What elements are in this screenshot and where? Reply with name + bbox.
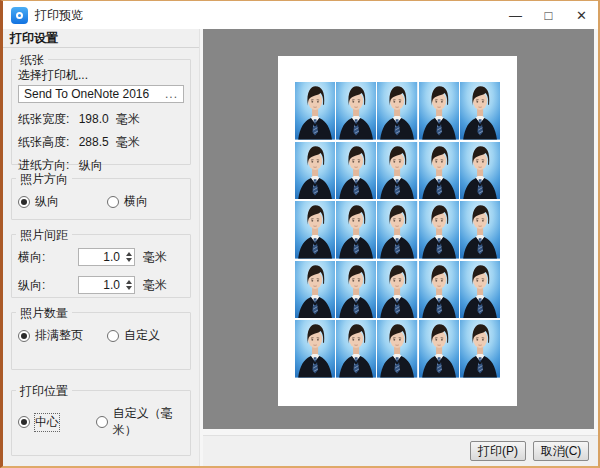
id-photo <box>295 261 335 319</box>
group-title: 照片间距 <box>16 227 72 244</box>
radio-custom-quantity[interactable]: 自定义 <box>107 327 160 344</box>
printer-select[interactable]: Send To OneNote 2016 ... <box>18 85 184 103</box>
window-title: 打印预览 <box>35 7 83 24</box>
printer-name: Send To OneNote 2016 <box>24 87 149 101</box>
radio-custom-position[interactable]: 自定义（毫米） <box>96 405 184 439</box>
print-preview-window: 打印预览 — □ ✕ 打印设置 纸张 选择打印机... Send To OneN… <box>0 0 600 468</box>
paper-sheet <box>278 56 517 406</box>
radio-center[interactable]: 中心 <box>18 414 96 431</box>
radio-icon <box>18 330 30 342</box>
horizontal-spacing-spinbox[interactable]: 1.0 <box>78 248 135 266</box>
id-photo <box>419 82 459 140</box>
group-title: 打印位置 <box>16 383 72 400</box>
id-photo <box>295 320 335 378</box>
id-photo <box>377 201 417 259</box>
photo-spacing-group: 照片间距 横向: 1.0 毫米 纵向: 1.0 <box>11 234 191 298</box>
id-photo <box>419 261 459 319</box>
paper-height-value: 288.5 <box>79 135 109 149</box>
footer-bar: 打印(P) 取消(C) <box>203 435 598 466</box>
id-photo <box>460 320 500 378</box>
radio-landscape[interactable]: 横向 <box>107 193 148 210</box>
paper-width-label: 纸张宽度: <box>18 112 69 126</box>
print-position-group: 打印位置 中心 自定义（毫米） <box>11 390 191 456</box>
spinner-arrows <box>123 277 134 293</box>
id-photo <box>419 320 459 378</box>
id-photo <box>377 82 417 140</box>
spacing-unit: 毫米 <box>143 277 167 294</box>
vertical-spacing-spinbox[interactable]: 1.0 <box>78 276 135 294</box>
radio-label: 排满整页 <box>35 327 83 344</box>
paper-width-unit: 毫米 <box>116 112 140 126</box>
radio-icon <box>107 330 119 342</box>
photo-quantity-group: 照片数量 排满整页 自定义 <box>11 312 191 370</box>
spinner-arrows <box>123 249 134 265</box>
id-photo <box>377 142 417 200</box>
id-photo <box>295 201 335 259</box>
horizontal-spacing-value: 1.0 <box>79 250 123 264</box>
quantity-radio-row: 排满整页 自定义 <box>18 327 184 344</box>
browse-button[interactable]: ... <box>165 87 178 101</box>
orientation-radio-row: 纵向 横向 <box>18 193 184 210</box>
radio-icon <box>18 416 30 428</box>
radio-fill-page[interactable]: 排满整页 <box>18 327 107 344</box>
spin-up-arrow[interactable] <box>126 280 132 284</box>
photo-orientation-group: 照片方向 纵向 横向 <box>11 178 191 220</box>
vertical-spacing-row: 纵向: 1.0 毫米 <box>18 275 184 295</box>
id-photo <box>377 261 417 319</box>
settings-sidebar: 打印设置 纸张 选择打印机... Send To OneNote 2016 ..… <box>3 29 200 466</box>
id-photo <box>419 142 459 200</box>
id-photo <box>460 261 500 319</box>
vertical-spacing-label: 纵向: <box>18 277 78 294</box>
close-button[interactable]: ✕ <box>565 1 598 29</box>
minimize-button[interactable]: — <box>499 1 532 29</box>
radio-icon <box>96 416 108 428</box>
print-preview-canvas <box>203 29 594 429</box>
radio-label: 横向 <box>124 193 148 210</box>
radio-icon <box>107 196 119 208</box>
id-photo <box>295 82 335 140</box>
paper-height-label: 纸张高度: <box>18 135 69 149</box>
paper-height-unit: 毫米 <box>116 135 140 149</box>
spin-down-arrow[interactable] <box>126 258 132 262</box>
id-photo <box>336 261 376 319</box>
id-photo <box>460 82 500 140</box>
id-photo <box>336 320 376 378</box>
feed-direction-label: 进纸方向: <box>18 158 69 172</box>
print-button[interactable]: 打印(P) <box>470 441 526 461</box>
feed-direction-value: 纵向 <box>79 158 103 172</box>
feed-direction-row: 进纸方向: 纵向 <box>18 158 184 172</box>
radio-label: 自定义 <box>124 327 160 344</box>
radio-label: 纵向 <box>35 193 59 210</box>
radio-label: 自定义（毫米） <box>113 405 184 439</box>
spin-down-arrow[interactable] <box>126 286 132 290</box>
paper-width-row: 纸张宽度: 198.0 毫米 <box>18 112 184 126</box>
id-photo <box>295 142 335 200</box>
spin-up-arrow[interactable] <box>126 252 132 256</box>
select-printer-label: 选择打印机... <box>18 68 184 82</box>
radio-portrait[interactable]: 纵向 <box>18 193 107 210</box>
spacing-unit: 毫米 <box>143 249 167 266</box>
group-title: 照片数量 <box>16 305 72 322</box>
id-photo <box>460 142 500 200</box>
paper-group: 纸张 选择打印机... Send To OneNote 2016 ... 纸张宽… <box>11 59 191 165</box>
id-photo <box>336 142 376 200</box>
id-photo <box>336 201 376 259</box>
horizontal-spacing-label: 横向: <box>18 249 78 266</box>
group-title: 纸张 <box>16 52 48 69</box>
position-radio-row: 中心 自定义（毫米） <box>18 405 184 439</box>
horizontal-spacing-row: 横向: 1.0 毫米 <box>18 247 184 267</box>
sidebar-header: 打印设置 <box>3 29 199 48</box>
id-photo <box>419 201 459 259</box>
maximize-button[interactable]: □ <box>532 1 565 29</box>
radio-label: 中心 <box>35 414 59 431</box>
radio-icon <box>18 196 30 208</box>
paper-height-row: 纸张高度: 288.5 毫米 <box>18 135 184 149</box>
cancel-button[interactable]: 取消(C) <box>533 441 589 461</box>
paper-width-value: 198.0 <box>79 112 109 126</box>
vertical-spacing-value: 1.0 <box>79 278 123 292</box>
app-icon <box>11 7 28 24</box>
id-photo <box>377 320 417 378</box>
window-controls: — □ ✕ <box>499 1 598 29</box>
titlebar: 打印预览 — □ ✕ <box>3 1 598 29</box>
id-photo <box>336 82 376 140</box>
